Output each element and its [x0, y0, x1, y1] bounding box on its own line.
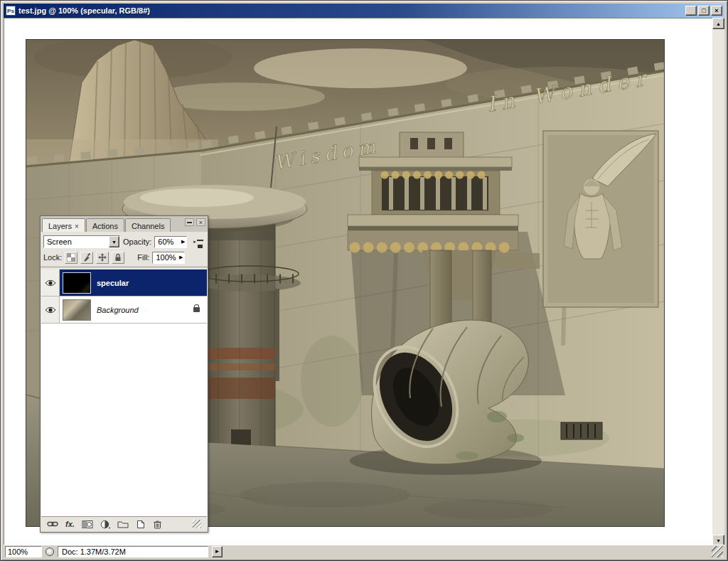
status-bar: 100% Doc: 1.37M/3.72M ► [4, 545, 724, 557]
vertical-scrollbar[interactable]: ▲ ▼ [712, 18, 724, 546]
blend-mode-select[interactable]: Screen ▼ [43, 235, 120, 248]
minimize-button[interactable]: _ [685, 6, 697, 16]
zoom-field[interactable]: 100% [5, 546, 42, 557]
lock-transparency-button[interactable] [65, 252, 77, 264]
fill-field[interactable]: 100% ▶ [152, 252, 185, 264]
paintbrush-icon [82, 253, 91, 262]
close-icon: × [199, 219, 203, 226]
dropdown-arrow-icon[interactable]: ▼ [109, 236, 119, 247]
opacity-slider-arrow-icon[interactable]: ▶ [181, 239, 185, 245]
layers-list: specular Background [41, 269, 207, 516]
arrow-right-icon: ► [215, 548, 220, 555]
lock-all-button[interactable] [112, 252, 124, 264]
layer-row-background[interactable]: Background [41, 296, 207, 324]
fill-slider-arrow-icon[interactable]: ▶ [179, 255, 183, 260]
lock-label: Lock: [43, 253, 62, 262]
arrow-down-icon: ▼ [716, 538, 721, 543]
lock-pixels-button[interactable] [80, 252, 93, 264]
layer-row-specular[interactable]: specular [41, 269, 207, 296]
close-button[interactable]: × [711, 6, 722, 16]
visibility-toggle[interactable] [41, 296, 60, 323]
palette-bottom-bar: fx. [41, 516, 207, 531]
doc-panel-menu-button[interactable]: ► [212, 546, 223, 557]
palette-resize-grip[interactable] [193, 520, 201, 528]
delete-layer-button[interactable] [153, 518, 162, 530]
layer-thumbnail[interactable] [63, 272, 91, 294]
padlock-icon [114, 253, 122, 262]
layer-mask-button[interactable] [82, 518, 93, 530]
trash-icon [153, 520, 162, 529]
minimize-icon: _ [689, 10, 692, 16]
tab-close-icon[interactable]: × [75, 223, 79, 230]
palette-close-button[interactable]: × [196, 218, 205, 226]
arrow-up-icon: ▲ [716, 21, 721, 26]
doc-size-panel: Doc: 1.37M/3.72M [58, 546, 208, 557]
eye-icon [45, 279, 56, 287]
fill-label: Fill: [137, 253, 149, 262]
minimize-icon [187, 222, 192, 223]
photoshop-file-icon: Ps [6, 6, 16, 16]
new-group-button[interactable] [117, 518, 129, 530]
vertical-scroll-track[interactable] [712, 29, 724, 535]
layer-name: specular [97, 279, 129, 287]
eye-icon [45, 306, 56, 314]
visibility-toggle[interactable] [41, 269, 60, 296]
folder-icon [117, 520, 129, 528]
layer-thumbnail[interactable] [63, 299, 91, 321]
adjustment-layer-button[interactable] [100, 518, 110, 530]
palette-minimize-button[interactable] [185, 218, 194, 226]
menu-lines-icon [197, 240, 203, 245]
layer-style-button[interactable]: fx. [65, 518, 75, 530]
tab-actions[interactable]: Actions [86, 218, 124, 232]
resize-grip[interactable] [712, 546, 723, 557]
link-layers-button[interactable] [47, 518, 58, 530]
move-cross-icon [98, 253, 107, 262]
palette-controls: Screen ▼ Opacity: 60% ▶ ▸ Lock: [41, 232, 208, 267]
scroll-up-button[interactable]: ▲ [712, 18, 724, 29]
layer-mask-icon [82, 520, 93, 529]
palette-menu-button[interactable]: ▸ [192, 237, 205, 247]
close-icon: × [714, 8, 718, 14]
lock-icon [193, 307, 200, 312]
layers-palette: Layers × Actions Channels × Screen ▼ Opa… [40, 215, 208, 533]
photoshop-document-window: Ps test.jpg @ 100% (specular, RGB/8#) _ … [0, 0, 728, 561]
titlebar[interactable]: Ps test.jpg @ 100% (specular, RGB/8#) _ … [4, 4, 724, 18]
wall-grate-icon [561, 422, 602, 439]
tab-layers[interactable]: Layers × [42, 218, 85, 232]
maximize-button[interactable]: □ [698, 6, 710, 16]
checkerboard-icon [67, 253, 75, 262]
lock-position-button[interactable] [96, 252, 109, 264]
new-layer-button[interactable] [136, 518, 146, 530]
adjustment-circle-icon [100, 520, 110, 529]
new-layer-icon [136, 520, 146, 529]
palette-tab-bar: Layers × Actions Channels × [41, 216, 208, 232]
window-title: test.jpg @ 100% (specular, RGB/8#) [18, 6, 685, 15]
opacity-field[interactable]: 60% ▶ [154, 236, 187, 248]
chain-link-icon [47, 520, 58, 528]
status-icon [46, 547, 54, 556]
blend-mode-value: Screen [44, 236, 109, 247]
opacity-label: Opacity: [123, 237, 151, 246]
tab-channels[interactable]: Channels [125, 218, 171, 232]
layer-name: Background [97, 306, 139, 314]
scene-statue-relief [543, 131, 658, 307]
fx-icon: fx. [65, 520, 75, 528]
menu-caret-icon: ▸ [193, 239, 196, 245]
maximize-icon: □ [702, 8, 705, 14]
